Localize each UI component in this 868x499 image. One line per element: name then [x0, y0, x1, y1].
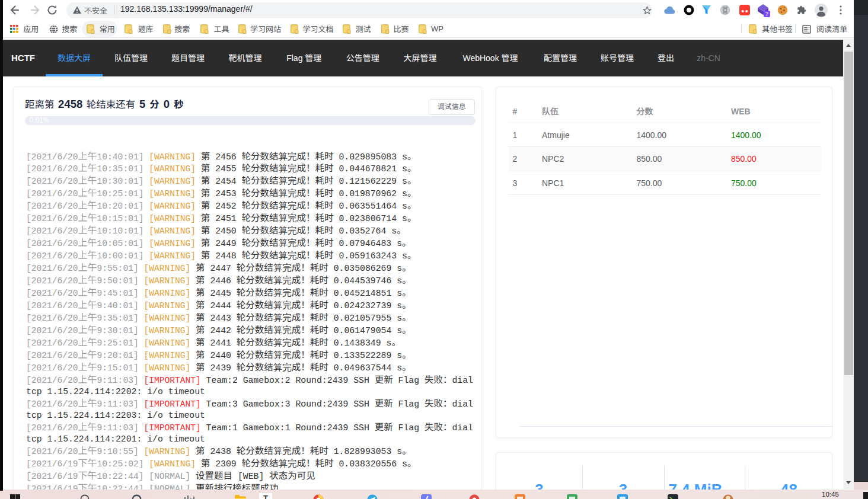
svg-text:7: 7 [765, 11, 768, 17]
